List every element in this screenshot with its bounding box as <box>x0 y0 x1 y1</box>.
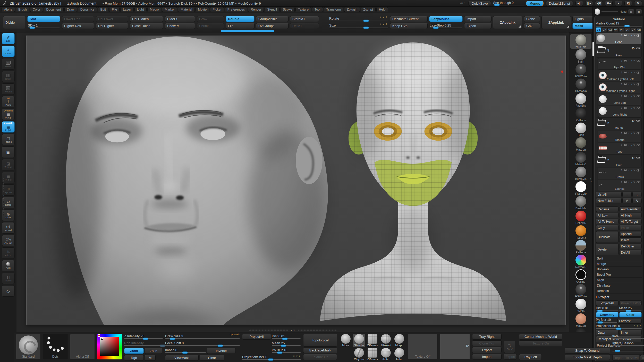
material-item[interactable]: ReflectY <box>570 225 591 239</box>
gear-icon[interactable] <box>632 118 635 123</box>
visibility-eye-icon[interactable] <box>637 83 640 86</box>
shelf-control[interactable]: x y z DelMT <box>290 23 319 29</box>
inflate-balloon-slider[interactable]: x y zInflate Balloon <box>612 341 644 347</box>
canvas-area[interactable]: ▲▼ <box>16 32 569 332</box>
shelf-control[interactable]: x y z Size <box>329 23 388 29</box>
texture-on-button[interactable]: Texture On <box>303 354 337 360</box>
append-button[interactable]: Append <box>619 231 642 237</box>
move-into-folder-icon[interactable]: ↳ <box>632 198 642 203</box>
restore-button[interactable]: ◱ <box>624 1 632 6</box>
visibility-eye-icon[interactable] <box>636 119 640 122</box>
displacement-icon[interactable] <box>631 95 632 98</box>
subtool-header[interactable]: Subtool <box>596 17 642 21</box>
export-dim-button[interactable]: Export <box>504 354 517 360</box>
toolbar-button[interactable]: Flip V <box>2 247 15 259</box>
topological-button[interactable]: Topological <box>303 334 337 347</box>
see-through-slider[interactable]: See-through 0 <box>493 1 524 5</box>
inverse-button[interactable]: Inverse <box>207 348 236 354</box>
paint-icon[interactable] <box>633 181 635 184</box>
menu-item[interactable]: File <box>109 7 120 12</box>
shelf-control[interactable]: x y z Close Holes <box>130 23 163 29</box>
del-other-button[interactable]: Del Other <box>619 244 642 249</box>
quick-brush[interactable]: Standar <box>353 334 365 347</box>
palette-dock-left-icon[interactable]: ◂▣ <box>595 1 603 6</box>
menu-item[interactable]: Stroke <box>280 7 295 12</box>
displacement-icon[interactable] <box>631 107 632 109</box>
shelf-control[interactable]: x y z Clone <box>524 16 540 22</box>
paste-button[interactable]: Paste <box>619 225 642 230</box>
move-out-folder-icon[interactable]: ↱ <box>622 198 632 203</box>
quick-brush[interactable]: Inflat <box>393 348 405 361</box>
material-item[interactable]: Reflecte <box>570 239 591 254</box>
menu-item[interactable]: Texture <box>295 7 311 12</box>
mean-slider[interactable]: Mean 25 <box>272 341 301 347</box>
texture-off-thumbnail[interactable]: Texture Off <box>408 334 438 359</box>
project-history-button[interactable]: Project History <box>619 300 642 306</box>
gear-icon[interactable] <box>632 46 635 50</box>
viewmask-button[interactable]: ViewMask <box>165 355 199 361</box>
mean-slider[interactable]: Mean 25 <box>619 307 642 311</box>
tray-right-button[interactable]: Tray Right <box>472 334 502 340</box>
shelf-control[interactable]: x y z Shrink <box>197 23 224 29</box>
inflate-slider[interactable]: x y zflate <box>612 334 644 340</box>
unfold-arrow-icon[interactable] <box>621 181 623 184</box>
paint-icon[interactable] <box>633 169 635 172</box>
view-tab[interactable]: V1 <box>596 27 601 32</box>
bottom-tray-divider[interactable]: ▲▼ <box>249 329 336 332</box>
toolbar-button[interactable]: Line Fill PolyF <box>2 121 15 133</box>
visibility-eye-icon[interactable] <box>637 95 640 98</box>
shelf-control[interactable]: x y z Export <box>464 23 492 29</box>
pa-blur-slider[interactable]: PA Blur 10 <box>272 348 301 354</box>
shelf-control[interactable]: x y z Lower Res <box>62 16 94 22</box>
subtool-item[interactable]: Realtime Eyeball Right <box>598 82 642 93</box>
subtool-section-row[interactable]: Remesh <box>596 288 642 294</box>
palette-dock-right-icon[interactable]: ▣▸ <box>605 1 613 6</box>
menu-item[interactable]: Picker <box>210 7 224 12</box>
material-item[interactable]: zbro_mc <box>570 34 591 49</box>
camera-icon[interactable]: ▣ <box>636 9 642 14</box>
visibility-eye-icon[interactable] <box>637 144 640 146</box>
quicksave-button[interactable]: QuickSave <box>468 1 491 6</box>
shelf-control[interactable]: x y z Higher Res <box>62 23 94 29</box>
rgb-button[interactable]: Rgb <box>124 355 144 361</box>
menu-item[interactable]: Zplugin <box>344 7 360 12</box>
view-tab[interactable]: V7 <box>631 27 636 32</box>
shelf-control[interactable]: x y z LazyMouse <box>429 16 463 22</box>
material-item[interactable]: Outline <box>570 269 591 283</box>
material-item[interactable]: HSVColo <box>570 283 591 298</box>
unlabeled-xyz-slider[interactable]: x y z <box>612 348 644 354</box>
visibility-eye-icon[interactable] <box>637 132 640 135</box>
shelf-control[interactable]: x y z Rotate <box>329 16 388 22</box>
menu-item[interactable]: Tool <box>312 7 323 12</box>
move-down-icon[interactable]: ↓ <box>632 192 642 197</box>
toolbar-button[interactable]: Dynamic Persp <box>2 109 15 120</box>
material-item[interactable]: BumpVie <box>570 166 591 181</box>
polypaint-icon[interactable] <box>624 132 627 134</box>
color-button[interactable]: Color <box>619 312 642 317</box>
menu-item[interactable]: Zscript <box>361 7 376 12</box>
displacement-icon[interactable] <box>631 132 632 135</box>
rename-button[interactable]: Rename <box>596 206 618 212</box>
shelf-control[interactable]: x y z Divide <box>3 16 26 29</box>
clone-texture-button[interactable]: Clone Txtr <box>472 340 502 346</box>
shelf-control[interactable]: x y z Del Higher <box>96 23 128 29</box>
all-low-button[interactable]: All Low <box>596 213 618 218</box>
visibility-eye-icon[interactable] <box>637 181 640 184</box>
polypaint-icon[interactable] <box>624 72 627 73</box>
polypaint-icon[interactable] <box>624 95 627 97</box>
polypaint-icon[interactable] <box>624 181 627 183</box>
subtool-item[interactable]: Brows <box>598 168 642 179</box>
subtool-item[interactable]: 2 Mouth <box>596 117 642 130</box>
menus-toggle-button[interactable]: Menus <box>526 1 543 6</box>
material-item[interactable]: FastSha <box>570 93 591 107</box>
uv-icon[interactable] <box>628 181 630 184</box>
shelf-control[interactable]: x y z Smt <box>27 16 60 22</box>
menu-item[interactable]: Transform <box>324 7 344 12</box>
all-to-home-button[interactable]: All To Home <box>596 219 618 224</box>
subtool-item[interactable]: Tongue <box>598 131 642 142</box>
uv-icon[interactable] <box>628 83 630 86</box>
subtool-item[interactable]: Lashes <box>598 180 642 191</box>
farthest-button[interactable]: Farthest <box>617 318 642 324</box>
menu-item[interactable]: Draw <box>64 7 77 12</box>
menu-item[interactable]: Help <box>376 7 388 12</box>
